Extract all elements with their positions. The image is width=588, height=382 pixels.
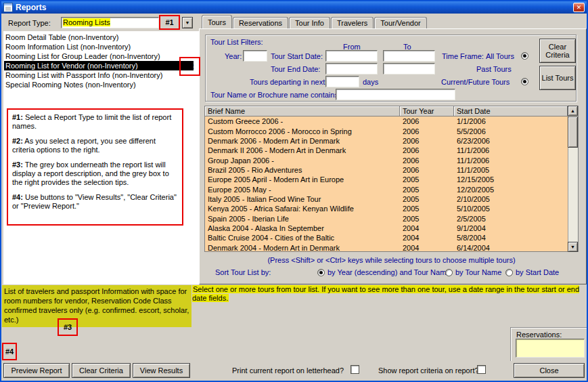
tour-row[interactable]: Denmark 2004 - Modern Art in Denmark 200… <box>205 242 568 251</box>
report-list-item-selected[interactable]: Rooming List for Vendor (non-Inventory) <box>4 61 194 70</box>
current-future-tours-radio[interactable] <box>521 78 528 85</box>
instruction-item: #1: Select a Report Type to limit the li… <box>12 113 178 131</box>
scroll-up-icon[interactable]: ▲ <box>568 106 578 116</box>
tour-brief-name: Kenya 2005 - Africa Safarai: Kenyan Wild… <box>205 205 400 213</box>
tours-departing-label: Tours departing in next: <box>250 78 327 86</box>
report-type-value: Rooming Lists <box>63 18 110 26</box>
tab-reservations[interactable]: Reservations <box>233 17 288 28</box>
report-list-item[interactable]: Room Detail Table (non-Inventory) <box>4 33 194 42</box>
tour-start-date: 11/1/2005 <box>454 166 568 174</box>
instruction-item: #4: Use buttons to "View Results", "Clea… <box>12 193 178 211</box>
tour-brief-name: Custom Greece 2006 - <box>205 117 400 125</box>
tour-row[interactable]: Brazil 2005 - Rio Adventures 2006 11/1/2… <box>205 165 568 175</box>
tour-row[interactable]: Spain 2005 - Iberian Life 2005 2/5/2005 <box>205 213 568 223</box>
tour-start-date: 5/10/2005 <box>454 205 568 213</box>
instruction-text: The grey box underneath the report list … <box>12 161 169 186</box>
annotation-1-label: #1 <box>165 18 173 26</box>
tour-brief-name: Denmark 2006 - Modern Art in Denmark <box>205 137 400 145</box>
tour-row[interactable]: Kenya 2005 - Africa Safarai: Kenyan Wild… <box>205 204 568 213</box>
selection-tip-wrap: Select one or more tours from tour list.… <box>192 285 588 303</box>
instruction-number: #2: <box>12 137 23 145</box>
close-icon[interactable]: ✕ <box>573 3 585 12</box>
tour-row[interactable]: Baltic Cruise 2004 - Cities of the Balti… <box>205 233 568 242</box>
tab-tour-info[interactable]: Tour Info <box>289 17 330 28</box>
tab-tours[interactable]: Tours <box>202 15 232 28</box>
sort-by-year-radio[interactable] <box>317 269 325 276</box>
name-contains-input[interactable] <box>336 89 455 100</box>
tour-brief-name: Denmark II 2006 - Modern Art in Denmark <box>205 146 400 154</box>
reports-window: Reports ✕ Report Type: Rooming Lists #1 … <box>0 0 588 382</box>
reservations-input[interactable] <box>516 339 585 358</box>
tours-departing-input[interactable] <box>325 76 359 87</box>
column-header-brief-name[interactable]: Brief Name <box>205 106 400 116</box>
tour-row[interactable]: Italy 2005 - Italian Food Wine Tour 2005… <box>205 194 568 204</box>
tab-travelers[interactable]: Travelers <box>331 17 374 28</box>
close-button[interactable]: Close <box>514 363 585 378</box>
tour-row[interactable]: Group Japan 2006 - 2006 11/1/2006 <box>205 155 568 165</box>
tour-start-date-label: Tour Start Date: <box>271 52 323 60</box>
report-list-item[interactable]: Special Rooming Notes (non-Inventory) <box>4 80 194 89</box>
sort-by-tour-name-label[interactable]: by Tour Name <box>455 268 501 276</box>
annotation-1-box: #1 <box>159 15 180 30</box>
report-list-item[interactable]: Rooming List with Passport Info (non-Inv… <box>4 70 194 80</box>
clear-criteria-filters-button[interactable]: Clear Criteria <box>539 39 576 63</box>
scroll-down-icon[interactable]: ▼ <box>568 242 578 252</box>
instruction-number: #1: <box>12 113 23 121</box>
tab-tour-vendor[interactable]: Tour/Vendor <box>374 17 426 28</box>
report-type-combo[interactable]: Rooming Lists <box>61 17 159 28</box>
tour-end-date-from-input[interactable] <box>325 63 378 75</box>
report-list-item[interactable]: Room Information List (non-Inventory) <box>4 42 194 51</box>
sort-by-start-date-radio[interactable] <box>505 269 513 276</box>
column-header-start-date[interactable]: Start Date <box>454 106 568 116</box>
window-icon <box>3 3 13 12</box>
time-frame-label: Time Frame: <box>442 52 484 60</box>
tour-end-date-to-input[interactable] <box>383 63 435 75</box>
letterhead-checkbox[interactable] <box>350 365 359 374</box>
tour-brief-name: Brazil 2005 - Rio Adventures <box>205 166 400 174</box>
window-title: Reports <box>16 3 46 12</box>
criteria-on-report-checkbox[interactable] <box>477 365 486 374</box>
preview-report-button[interactable]: Preview Report <box>3 363 70 378</box>
view-results-button[interactable]: View Results <box>133 363 190 378</box>
tour-year: 2005 <box>400 195 454 203</box>
instruction-number: #3: <box>12 161 23 169</box>
tour-row[interactable]: Denmark II 2006 - Modern Art in Denmark … <box>205 146 568 155</box>
tour-row[interactable]: Europe 2005 April - Modern Art in Europe… <box>205 175 568 184</box>
report-type-dropdown-button[interactable]: ▼ <box>182 17 193 28</box>
instruction-text: As you select a report, you see differen… <box>12 137 156 154</box>
tour-row[interactable]: Custom Morrocco 2006 - Morocco in Spring… <box>205 126 568 135</box>
tour-table-scrollbar[interactable]: ▲ ▼ <box>568 106 578 251</box>
tour-year: 2006 <box>400 117 454 125</box>
tour-row[interactable]: Denmark 2006 - Modern Art in Denmark 200… <box>205 136 568 146</box>
scrollbar-thumb[interactable] <box>568 116 578 148</box>
annotation-4-box: #4 <box>2 343 17 360</box>
annotation-3-label: #3 <box>64 323 72 331</box>
sort-by-start-date-label[interactable]: by Start Date <box>516 268 559 276</box>
tour-start-date: 12/15/2005 <box>454 175 568 184</box>
list-tours-button[interactable]: List Tours <box>539 66 576 90</box>
tour-brief-name: Alaska 2004 - Alaska In September <box>205 224 400 232</box>
tour-brief-name: Spain 2005 - Iberian Life <box>205 215 400 223</box>
tour-start-date-from-input[interactable] <box>325 50 378 62</box>
tour-row[interactable]: Alaska 2004 - Alaska In September 2004 9… <box>205 224 568 233</box>
tour-row[interactable]: Europe 2005 May - 2005 12/20/2005 <box>205 184 568 194</box>
tour-brief-name: Europe 2005 May - <box>205 186 400 194</box>
year-input[interactable] <box>243 50 267 62</box>
tour-start-date: 6/14/2004 <box>454 244 568 251</box>
sort-by-tour-name-radio[interactable] <box>445 269 453 276</box>
clear-criteria-button[interactable]: Clear Criteria <box>72 363 131 378</box>
all-tours-radio[interactable] <box>521 52 528 60</box>
days-label: days <box>363 78 378 86</box>
column-header-tour-year[interactable]: Tour Year <box>400 106 454 116</box>
report-description: List of travelers and passport Informati… <box>2 285 191 327</box>
tour-start-date: 2/5/2005 <box>454 215 568 223</box>
sort-by-year-label[interactable]: by Year (descending) and Tour Name <box>327 268 450 276</box>
criteria-on-report-label: Show report criteria on report? <box>378 366 479 375</box>
tour-year: 2005 <box>400 205 454 213</box>
tour-start-date-to-input[interactable] <box>383 50 435 62</box>
tour-start-date: 1/1/2006 <box>454 117 568 125</box>
annotation-3-box: #3 <box>58 318 78 336</box>
report-list-item[interactable]: Rooming List for Group Leader (non-Inven… <box>4 51 194 61</box>
reservations-label: Reservations: <box>516 331 562 339</box>
tour-row[interactable]: Custom Greece 2006 - 2006 1/1/2006 <box>205 116 568 126</box>
